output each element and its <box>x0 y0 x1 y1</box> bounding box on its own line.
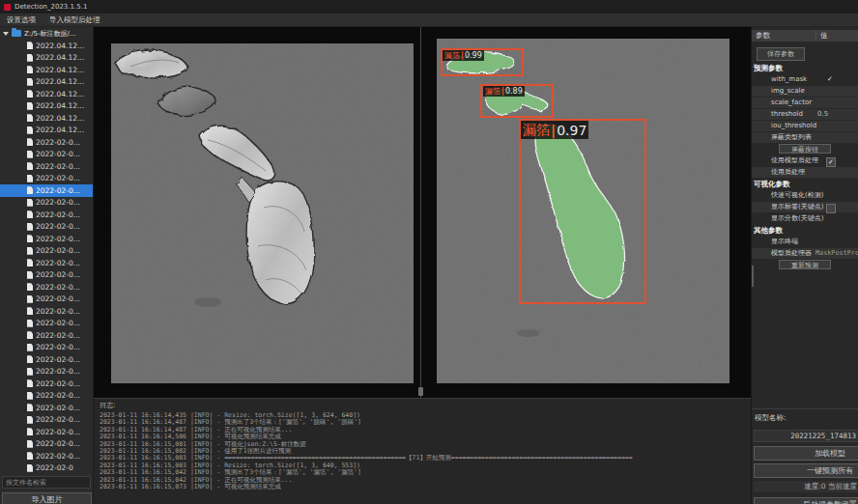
tree-item[interactable]: 2022-02-0... <box>0 221 93 234</box>
right-image-viewport[interactable] <box>437 39 729 383</box>
search-input[interactable] <box>2 476 91 489</box>
tree-item[interactable]: 2022.04.12... <box>0 76 93 89</box>
param-row[interactable]: 快速可视化(检测) <box>752 190 858 201</box>
param-row[interactable]: threshold 0.5 <box>752 109 858 120</box>
file-icon <box>27 307 33 315</box>
tree-item[interactable]: 2022-02-0... <box>0 402 93 414</box>
file-icon <box>27 283 33 291</box>
param-value[interactable]: MaskPostPro <box>815 248 858 259</box>
tree-item[interactable]: 2022.04.12... <box>0 112 93 125</box>
param-row[interactable]: 显示分数(关键点) <box>752 213 858 224</box>
param-row[interactable]: 使用后处理 <box>752 167 858 178</box>
tree-item[interactable]: 2022-02-0... <box>0 160 93 173</box>
file-icon <box>27 295 33 303</box>
tree-item[interactable]: 2022-02-0... <box>0 390 93 403</box>
viewport-splitter-handle[interactable] <box>418 387 423 396</box>
tree-item[interactable]: 2022.04.12... <box>0 125 93 137</box>
tree-item[interactable]: 2022-02-0 <box>0 462 93 475</box>
param-row[interactable]: 重新预测 <box>752 260 858 270</box>
tree-item[interactable]: 2022-02-0... <box>0 414 93 427</box>
tree-item[interactable]: 2022-02-0... <box>0 318 93 330</box>
param-label: 可视化参数 <box>754 180 790 188</box>
tree-item[interactable]: 2022-02-0... <box>0 281 93 294</box>
postprocess-params-button[interactable]: 后处理参数设置 <box>754 497 858 504</box>
param-row[interactable]: 模型后处理器 MaskPostPro <box>752 248 858 259</box>
left-raw-image <box>111 43 414 383</box>
tree-item[interactable]: 2022-02-0... <box>0 450 93 462</box>
tree-item-label: 2022-02-0... <box>36 270 80 279</box>
tree-item[interactable]: 2022-02-0... <box>0 149 93 161</box>
file-icon <box>27 66 33 73</box>
tree-item-label: 2022.04.12... <box>36 77 84 86</box>
param-row[interactable]: iou_threshold <box>752 121 858 131</box>
tree-item-label: 2022-02-0... <box>36 246 80 255</box>
tree-item[interactable]: 2022.04.12... <box>0 40 93 52</box>
tree-item[interactable]: 2022-02-0... <box>0 342 93 354</box>
param-row[interactable]: 显示终端 <box>752 237 858 247</box>
chevron-down-icon[interactable] <box>3 32 9 36</box>
tree-item-label: 2022-02-0... <box>36 174 80 182</box>
param-row[interactable]: img_scale <box>752 86 858 97</box>
predict-all-button[interactable]: 一键预测所有 <box>754 463 858 478</box>
tree-item[interactable]: 2022-02-0... <box>0 184 93 197</box>
viewport-splitter[interactable] <box>420 27 421 398</box>
tree-item[interactable]: 2022.04.12... <box>0 88 93 100</box>
tree-item[interactable]: 2022-02-0... <box>0 294 93 306</box>
param-row[interactable]: 可视化参数 <box>752 179 858 189</box>
param-row[interactable]: 预测参数 <box>752 63 858 73</box>
tree-item[interactable]: 2022-02-0... <box>0 438 93 451</box>
tree-item[interactable]: 2022-02-0... <box>0 305 93 318</box>
detection-score: 0.89 <box>505 87 523 96</box>
tree-item[interactable]: 2022-02-0... <box>0 329 93 342</box>
tree-item[interactable]: 2022-02-0... <box>0 233 93 245</box>
tree-root-row[interactable]: Z:/5-标注数据/... <box>0 27 93 40</box>
tree-item[interactable]: 2022-02-0... <box>0 426 93 438</box>
param-row[interactable]: with_mask ✓ <box>752 74 858 85</box>
file-icon <box>27 114 33 122</box>
param-label: iou_threshold <box>771 122 816 129</box>
prediction-image <box>437 39 729 383</box>
left-image-viewport[interactable] <box>111 43 414 383</box>
tree-item[interactable]: 2022-02-0... <box>0 257 93 269</box>
param-row[interactable]: scale_factor <box>752 98 858 108</box>
param-label: img_scale <box>771 87 805 95</box>
tree-item-label: 2022.04.12... <box>36 42 84 50</box>
menu-item-import-model-postprocess[interactable]: 导入模型后处理 <box>49 15 100 25</box>
param-row[interactable]: 屏蔽类型列表 <box>752 132 858 143</box>
tree-item[interactable]: 2022-02-0... <box>0 353 93 366</box>
menu-item-settings[interactable]: 设置选项 <box>7 15 36 25</box>
detection-class: 漏箔 <box>485 86 500 97</box>
file-icon <box>27 331 33 339</box>
log-panel[interactable]: 日志: 2023-01-11 16:16:14,435 |INFO| - Res… <box>94 398 751 504</box>
param-value[interactable]: ✓ <box>827 74 833 85</box>
file-icon <box>27 235 33 242</box>
detection-label-3: 漏箔 | 0.97 <box>521 121 588 139</box>
param-value[interactable] <box>826 204 836 213</box>
tree-item[interactable]: 2022-02-0... <box>0 136 93 149</box>
tree-item[interactable]: 2022.04.12... <box>0 64 93 76</box>
tree-item[interactable]: 2022-02-0... <box>0 245 93 258</box>
tree-item[interactable]: 2022-02-0... <box>0 209 93 221</box>
import-images-button[interactable]: 导入图片 <box>2 492 92 504</box>
load-model-button[interactable]: 加载模型 <box>754 446 858 461</box>
tree-item[interactable]: 2022.04.12... <box>0 52 93 65</box>
model-name-field[interactable]: 20221225_174813 <box>754 430 858 442</box>
log-title: 日志: <box>100 401 751 410</box>
file-icon <box>27 90 33 98</box>
param-row[interactable]: 其他参数 <box>752 225 858 236</box>
tree-item[interactable]: 2022-02-0... <box>0 173 93 185</box>
param-value[interactable]: ✓ <box>826 157 836 167</box>
tree-item[interactable]: 2022-02-0... <box>0 378 93 390</box>
param-row[interactable]: 屏蔽按钮 <box>752 144 858 154</box>
app-logo-icon <box>4 4 11 11</box>
tree-item[interactable]: 2022-02-0... <box>0 197 93 210</box>
save-params-button[interactable]: 保存参数 <box>757 47 805 61</box>
tree-item[interactable]: 2022.04.12... <box>0 100 93 113</box>
tree-item[interactable]: 2022-02-0... <box>0 269 93 282</box>
param-row[interactable]: 使用模型后处理 ✓ <box>752 155 858 166</box>
tree-item[interactable]: 2022-02-0... <box>0 366 93 378</box>
menu-bar: 设置选项 导入模型后处理 <box>0 14 858 27</box>
panel-scrollbar-thumb[interactable] <box>752 266 754 287</box>
param-row[interactable]: 显示标签(关键点) <box>752 202 858 212</box>
param-value[interactable]: 0.5 <box>817 109 828 120</box>
